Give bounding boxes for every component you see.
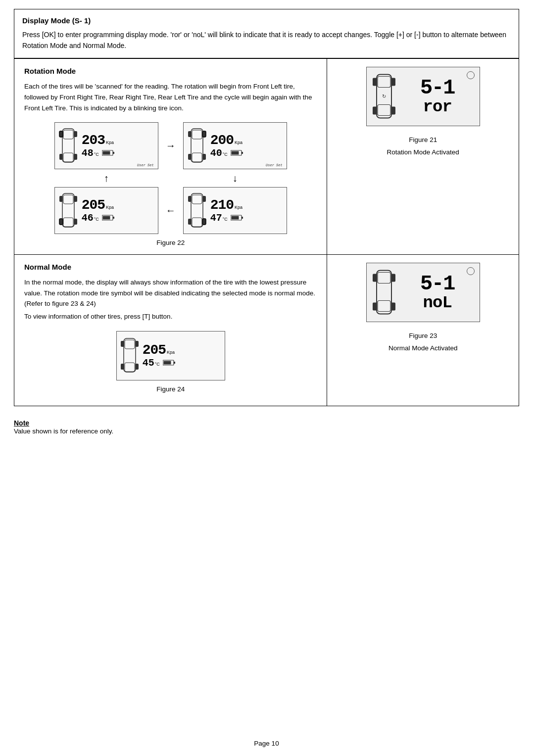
svg-rect-23 — [63, 195, 73, 204]
svg-rect-37 — [202, 196, 206, 202]
svg-rect-45 — [378, 76, 390, 87]
svg-rect-50 — [391, 106, 395, 114]
car-icon-normal-mode — [372, 267, 396, 319]
pressure-rr: 210 — [210, 198, 234, 212]
svg-rect-55 — [121, 341, 124, 347]
battery-fr — [231, 150, 243, 158]
rotation-row: Rotation Mode Each of the tires will be … — [14, 59, 519, 255]
normal-figure-container: 5-1 noL Figure 23 Normal Mode Activated — [337, 263, 509, 352]
pressure-normal: 205 — [143, 343, 166, 357]
svg-rect-3 — [59, 131, 63, 137]
unit-temp-fl: °C — [94, 152, 99, 157]
normal-readings: 5-1 noL — [400, 274, 475, 311]
svg-rect-2 — [63, 153, 73, 162]
rotation-mode-text: ror — [400, 98, 475, 115]
rotation-left-col: Rotation Mode Each of the tires will be … — [14, 59, 327, 255]
pressure-rl: 205 — [82, 198, 105, 212]
arrow-left: ← — [166, 205, 176, 216]
car-icon-rr — [187, 191, 207, 231]
svg-rect-10 — [102, 151, 110, 154]
car-icon-rl — [58, 191, 79, 231]
svg-rect-46 — [378, 104, 390, 115]
temp-rl: 46 — [82, 213, 94, 223]
unit-pressure-fl: Kpa — [106, 140, 114, 145]
battery-normal — [163, 360, 176, 368]
svg-rect-6 — [74, 154, 77, 160]
note-section: Note Value shown is for reference only. — [14, 415, 519, 435]
svg-rect-20 — [242, 152, 243, 154]
bottom-spacer — [14, 435, 519, 725]
battery-rl — [102, 215, 115, 223]
unit-temp-rr: °C — [223, 217, 228, 222]
note-text: Value shown is for reference only. — [14, 427, 113, 435]
normal-circle-icon — [467, 267, 475, 275]
svg-rect-36 — [188, 196, 192, 202]
svg-rect-13 — [192, 153, 202, 162]
svg-rect-60 — [174, 362, 175, 364]
figure23-caption: Figure 23 — [409, 332, 437, 339]
svg-rect-0 — [62, 129, 74, 162]
svg-rect-4 — [74, 131, 77, 137]
car-icon-rotation: ↻ — [372, 71, 396, 123]
tire-display-grid: 203 Kpa 48 °C — [52, 122, 290, 234]
svg-rect-65 — [373, 274, 377, 282]
svg-rect-67 — [373, 302, 377, 310]
unit-pressure-fr: Kpa — [235, 140, 242, 145]
header-title: Display Mode (S- 1) — [22, 16, 511, 25]
figure24-caption: Figure 24 — [24, 385, 317, 393]
unit-pressure-normal: Kpa — [167, 350, 175, 355]
svg-rect-48 — [391, 78, 395, 86]
svg-rect-58 — [135, 364, 139, 370]
unit-pressure-rr: Kpa — [235, 205, 242, 210]
tire-display-rl: 205 Kpa 46 °C — [54, 187, 158, 234]
user-set-fl: User Set — [137, 163, 154, 167]
normal-left-col: Normal Mode In the normal mode, the disp… — [14, 255, 327, 406]
normal-top-num: 5-1 — [400, 274, 475, 294]
svg-rect-39 — [202, 219, 206, 225]
temp-rr: 47 — [210, 213, 222, 223]
temp-fr: 40 — [210, 148, 222, 158]
svg-rect-61 — [163, 361, 171, 364]
svg-rect-12 — [192, 130, 202, 139]
svg-rect-32 — [102, 216, 110, 219]
normal-row: Normal Mode In the normal mode, the disp… — [14, 255, 519, 406]
temp-normal: 45 — [143, 358, 154, 368]
normal-text2: To view information of other tires, pres… — [24, 311, 317, 322]
svg-rect-56 — [135, 341, 139, 347]
rotation-circle-icon — [467, 71, 475, 79]
rotation-readings: 5-1 ror — [400, 78, 475, 115]
main-table: Rotation Mode Each of the tires will be … — [14, 58, 519, 406]
unit-temp-rl: °C — [94, 217, 99, 222]
svg-rect-21 — [231, 151, 239, 154]
tire-display-normal: 205 Kpa 45 °C — [116, 331, 225, 380]
temp-fl: 48 — [82, 148, 94, 158]
unit-pressure-rl: Kpa — [106, 205, 114, 210]
svg-rect-31 — [113, 217, 114, 219]
rotation-right-col: ↻ 5-1 ror Figure 21 Rotation Mode Activa… — [327, 59, 519, 255]
normal-text1: In the normal mode, the display will alw… — [24, 277, 317, 309]
svg-rect-57 — [121, 364, 124, 370]
arrow-right: → — [166, 140, 176, 151]
normal-mode-text: noL — [400, 294, 475, 311]
svg-rect-66 — [391, 274, 395, 282]
svg-rect-33 — [191, 193, 203, 227]
svg-rect-17 — [202, 154, 206, 160]
figure21-caption: Figure 21 — [409, 136, 437, 143]
tire-readings-fl: 203 Kpa 48 °C — [82, 134, 155, 158]
svg-rect-49 — [373, 106, 377, 114]
rotation-top-num: 5-1 — [400, 78, 475, 98]
arrow-down: ↓ — [233, 173, 238, 184]
unit-temp-normal: °C — [155, 362, 160, 367]
svg-rect-5 — [59, 154, 63, 160]
svg-rect-35 — [192, 218, 202, 227]
svg-rect-53 — [125, 340, 135, 349]
arrow-up: ↑ — [104, 173, 109, 184]
car-icon-normal — [120, 336, 140, 376]
header-text: Press [OK] to enter programming display … — [22, 30, 511, 51]
note-title: Note — [14, 419, 29, 427]
page-wrapper: Display Mode (S- 1) Press [OK] to enter … — [0, 0, 533, 756]
rotation-title: Rotation Mode — [24, 67, 317, 75]
svg-rect-1 — [63, 130, 73, 139]
svg-rect-42 — [242, 217, 243, 219]
svg-rect-47 — [373, 78, 377, 86]
